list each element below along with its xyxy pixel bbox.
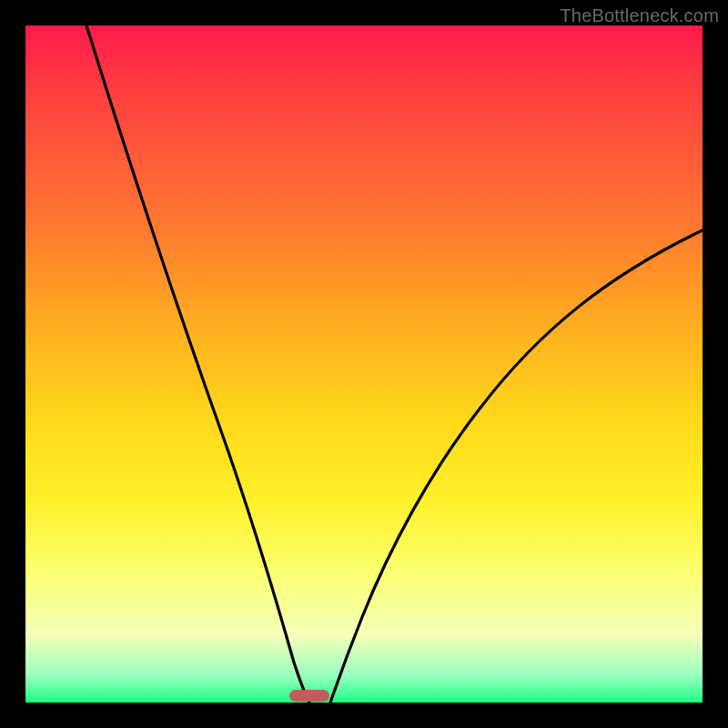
left-curve [86, 25, 309, 703]
curves-svg [25, 25, 703, 703]
bottleneck-marker [289, 690, 329, 702]
chart-frame: TheBottleneck.com [0, 0, 728, 728]
right-curve [330, 230, 703, 703]
watermark-text: TheBottleneck.com [560, 5, 719, 26]
